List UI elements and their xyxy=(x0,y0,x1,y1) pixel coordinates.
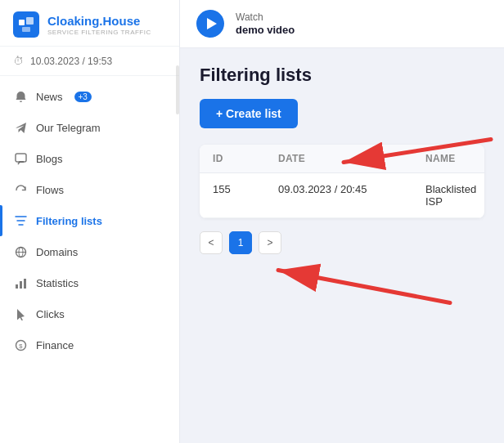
svg-rect-9 xyxy=(24,279,26,289)
filter-icon xyxy=(13,213,28,228)
col-id: ID xyxy=(200,145,265,172)
main-content: Watch demo video Filtering lists + Creat… xyxy=(180,0,504,443)
brand-subtitle: Service Filtering Traffic xyxy=(47,29,151,36)
bar-chart-icon xyxy=(13,275,28,290)
svg-line-15 xyxy=(278,271,450,303)
svg-rect-1 xyxy=(26,17,34,25)
svg-rect-2 xyxy=(22,27,30,32)
table-row[interactable]: 155 09.03.2023 / 20:45 Blacklisted ISP xyxy=(200,173,484,218)
create-list-button[interactable]: + Create list xyxy=(200,99,298,128)
chat-icon xyxy=(13,151,28,166)
col-date: Date xyxy=(265,145,412,172)
watch-text: Watch demo video xyxy=(236,11,295,37)
finance-label: Finance xyxy=(36,339,74,351)
pagination: < 1 > xyxy=(200,231,484,254)
flows-label: Flows xyxy=(36,184,64,196)
clicks-label: Clicks xyxy=(36,308,65,320)
sidebar-item-blogs[interactable]: Blogs xyxy=(0,143,179,174)
logo-icon xyxy=(13,11,39,38)
cursor-icon xyxy=(13,307,28,321)
logo-text: Cloaking.House Service Filtering Traffic xyxy=(47,14,151,36)
domains-label: Domains xyxy=(36,246,78,258)
svg-rect-8 xyxy=(20,281,22,289)
bell-icon xyxy=(13,89,28,104)
news-badge: +3 xyxy=(74,92,92,102)
play-button[interactable] xyxy=(196,10,224,38)
brand-name: Cloaking.House xyxy=(47,14,151,29)
filtering-lists-label: Filtering lists xyxy=(36,215,102,227)
sidebar-item-domains[interactable]: Domains xyxy=(0,236,179,267)
sidebar-item-filtering-lists[interactable]: Filtering lists xyxy=(0,205,179,236)
sidebar-item-flows[interactable]: Flows xyxy=(0,174,179,205)
nav-menu: News +3 Our Telegram Blogs Flows F xyxy=(0,76,179,443)
watch-label: Watch xyxy=(236,11,295,25)
telegram-label: Our Telegram xyxy=(36,122,101,134)
sidebar-item-clicks[interactable]: Clicks xyxy=(0,298,179,329)
globe-icon xyxy=(13,244,28,259)
dollar-icon: $ xyxy=(13,338,28,352)
table-header: ID Date Name xyxy=(200,145,484,173)
svg-rect-0 xyxy=(19,20,25,25)
page-title: Filtering lists xyxy=(200,65,484,86)
sidebar-item-finance[interactable]: $ Finance xyxy=(0,329,179,360)
news-label: News xyxy=(36,91,63,103)
play-icon xyxy=(207,18,217,29)
sidebar-item-news[interactable]: News +3 xyxy=(0,81,179,112)
row-id: 155 xyxy=(200,173,265,217)
datetime-value: 10.03.2023 / 19:53 xyxy=(30,56,112,67)
pagination-current[interactable]: 1 xyxy=(229,231,252,254)
top-bar: Watch demo video xyxy=(180,0,504,48)
sidebar-item-statistics[interactable]: Statistics xyxy=(0,267,179,298)
clock-icon: ⏱ xyxy=(13,55,24,67)
row-date: 09.03.2023 / 20:45 xyxy=(265,173,412,217)
logo-area: Cloaking.House Service Filtering Traffic xyxy=(0,0,179,47)
datetime-display: ⏱ 10.03.2023 / 19:53 xyxy=(0,47,179,76)
svg-rect-3 xyxy=(16,154,26,162)
send-icon xyxy=(13,120,28,135)
col-name: Name xyxy=(412,145,484,172)
watch-link[interactable]: demo video xyxy=(236,24,295,36)
pagination-next[interactable]: > xyxy=(259,231,281,254)
blogs-label: Blogs xyxy=(36,153,63,165)
content-area: Filtering lists + Create list ID Date Na… xyxy=(180,48,504,443)
svg-rect-7 xyxy=(16,284,18,289)
sidebar: Cloaking.House Service Filtering Traffic… xyxy=(0,0,180,443)
pagination-prev[interactable]: < xyxy=(200,231,223,254)
sidebar-item-telegram[interactable]: Our Telegram xyxy=(0,112,179,143)
statistics-label: Statistics xyxy=(36,277,79,289)
filtering-lists-table: ID Date Name 155 09.03.2023 / 20:45 Blac… xyxy=(200,145,484,218)
row-name: Blacklisted ISP xyxy=(412,173,484,217)
refresh-icon xyxy=(13,182,28,197)
svg-text:$: $ xyxy=(19,342,23,350)
